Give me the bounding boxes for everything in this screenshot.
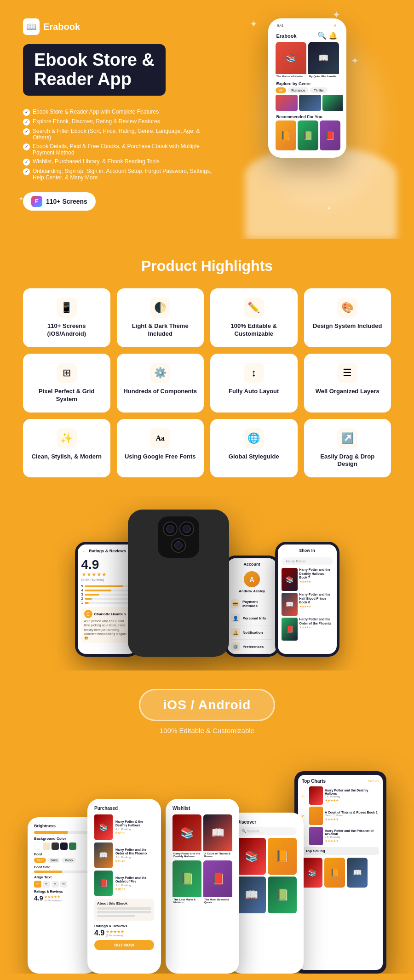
search-title: Show In (299, 548, 315, 553)
rating-count-mini: (6.8k reviews) (44, 899, 61, 902)
disc-book-1: 📚 (237, 838, 266, 875)
highlight-label-7: Fully Auto Layout (229, 388, 279, 395)
reader-content: Brightness Background Color Font Se (30, 820, 94, 971)
discover-inner: Discover 🔍 Search... 📚 📙 📖 📗 (233, 816, 300, 970)
highlight-icon-1: 📱 (57, 298, 77, 318)
book-reviews: (6.8k reviews) (106, 934, 124, 937)
text-line-2 (97, 911, 151, 913)
font-mono[interactable]: Mono (62, 858, 75, 863)
genre-thriller[interactable]: Thriller (310, 87, 327, 93)
tc-stars-2: ★★★★★ (325, 818, 339, 821)
top-selling-badge: Top Selling (302, 847, 379, 855)
notification-label: Notification (243, 630, 263, 635)
highlight-label-6: Hundreds of Components (123, 388, 197, 395)
pih-appname: Erabook (276, 33, 297, 39)
pb-price-1: $12.99 (115, 831, 154, 835)
tc-rating-3: ★★★★★ (325, 839, 379, 843)
preferences-icon: ⚙️ (231, 642, 240, 651)
wish-book-3: 📗 The Lost Marie & Mattern (172, 860, 201, 905)
genre-all[interactable]: All (276, 87, 287, 93)
align-right[interactable]: ≡ (52, 881, 59, 888)
hero-section: ✦ ✦ ✦ ✦ ✦ 📖 Erabook Ebook Store & Reader… (0, 0, 414, 239)
align-left[interactable]: ≡ (34, 881, 41, 888)
tc-rank-1: 1. (302, 794, 307, 798)
top-selling-books: 📚 📙 📖 (302, 858, 379, 888)
swatch-green[interactable] (69, 842, 76, 850)
disc-book-2: 📙 (268, 838, 297, 875)
align-justify[interactable]: ≡ (60, 881, 68, 888)
tc-book-3 (309, 827, 323, 845)
highlight-icon-12: ↗️ (337, 428, 357, 448)
review-card: C Charlotte Hamblin As a person who has … (81, 607, 133, 642)
payment-item[interactable]: 💳 Payment Methods (231, 597, 273, 611)
highlights-grid: 📱 110+ Screens (iOS/Android) 🌓 Light & D… (23, 288, 391, 477)
hp-stars-3: ★★★★★ (299, 625, 333, 629)
ratings-reviews-label: Ratings & Reviews (34, 890, 90, 893)
highlight-card-12: ↗️ Easily Drag & Drop Design (304, 419, 391, 478)
brightness-slider[interactable] (34, 831, 90, 834)
swatch-dark[interactable] (52, 842, 59, 850)
discover-search[interactable]: 🔍 Search... (237, 827, 297, 835)
pih-icons: 🔍 🔔 (317, 31, 338, 40)
buy-button[interactable]: BUY NOW (94, 940, 154, 950)
search-bar[interactable]: Harry Potter (282, 557, 333, 565)
swatch-cream[interactable] (43, 842, 50, 850)
highlight-icon-10: Aa (150, 428, 170, 448)
genre-romance[interactable]: Romance (288, 87, 309, 93)
highlight-label-12: Easily Drag & Drop Design (310, 453, 385, 469)
see-all[interactable]: See all (368, 779, 379, 783)
camera-module (158, 516, 199, 558)
figma-badge[interactable]: F 110+ Screens (23, 192, 96, 211)
feature-4: Ebook Details, Paid & Free Ebooks, & Pur… (23, 143, 214, 156)
book-rating-num: 4.9 (94, 929, 104, 937)
font-sans[interactable]: Sans (47, 858, 60, 863)
purchased-inner: Purchased 📚 Harry Potter & the Deathly H… (91, 802, 158, 970)
highlight-card-3: ✏️ 100% Editable & Customizable (210, 288, 298, 347)
preferences-item[interactable]: ⚙️ Preferences (231, 640, 273, 654)
highlight-icon-4: 🎨 (337, 298, 357, 318)
highlight-card-8: ☰ Well Organized Layers (304, 354, 391, 413)
tc-stars-1: ★★★★★ (325, 799, 339, 802)
highlights-section: Product Highlights 📱 110+ Screens (iOS/A… (0, 239, 414, 496)
android-inner: Top Charts See all 1. Harry Potter and t… (298, 775, 383, 970)
font-serif[interactable]: Serif (34, 858, 46, 863)
tc-info-3: Harry Potter and the Prisoner of Azkaban… (325, 829, 379, 843)
review-count: (6.8k reviews) (81, 578, 133, 582)
notification-item[interactable]: 🔔 Notification (231, 625, 273, 640)
featured-book-2: 📖 My Quiet Blacksmith (308, 42, 339, 79)
lens-1-inner (166, 525, 174, 533)
wish-cover-2: 📖 (203, 814, 232, 851)
rec-book-3: 📕 (320, 120, 340, 150)
highlight-icon-7: ↕️ (244, 363, 264, 383)
wishlist-title: Wishlist (172, 806, 232, 811)
lens-2 (179, 522, 194, 536)
hp-book-thumb-2: 📖 (282, 593, 298, 616)
font-size-slider[interactable] (34, 871, 90, 873)
highlight-label-5: Pixel Perfect & Grid System (29, 388, 104, 403)
about-label: About this Ebook (97, 901, 151, 905)
tc-stars-3: ★★★★★ (325, 839, 339, 843)
hp-title-2: Harry Potter and the Half-Blood Prince B… (299, 593, 333, 604)
screens-count: 110+ Screens (46, 198, 87, 205)
bottom-phone-purchased: Purchased 📚 Harry Potter & the Deathly H… (87, 799, 161, 974)
text-line-1 (97, 907, 151, 910)
showcase-left-group: ← Ratings & Reviews ⋮ 4.9 ★★★★★ (6.8k re… (75, 542, 132, 657)
wish-title-1: Harry Potter and the Deathly Hallows (172, 851, 201, 859)
swatch-white[interactable] (34, 842, 41, 850)
lens-2-inner (183, 525, 191, 533)
wishlist-content: Wishlist 📚 Harry Potter and the Deathly … (169, 802, 236, 970)
pb-author-1: J.K. Rowling (115, 828, 154, 831)
rating-stars-mini: ★★★★★ (44, 895, 61, 899)
swatch-navy[interactable] (60, 842, 68, 850)
highlight-label-11: Global Styleguide (229, 453, 279, 461)
feature-1: Ebook Store & Reader App with Complete F… (23, 109, 214, 116)
bottom-phone-reader: Brightness Background Color Font Se (28, 817, 97, 974)
align-center[interactable]: ≡ (43, 881, 50, 888)
ts-book-1: 📚 (302, 858, 322, 888)
top-charts-title: Top Charts (302, 779, 326, 784)
book-rating-val: 4.9 ★★★★★ (6.8k reviews) (94, 929, 154, 937)
personal-item[interactable]: 👤 Personal Info (231, 611, 273, 625)
app-logo-icon: 📖 (23, 18, 40, 35)
account-user: A Andrew Acsley (231, 571, 273, 593)
hp-book-1: 📚 Harry Potter and the Deathly Hallows B… (282, 568, 333, 591)
